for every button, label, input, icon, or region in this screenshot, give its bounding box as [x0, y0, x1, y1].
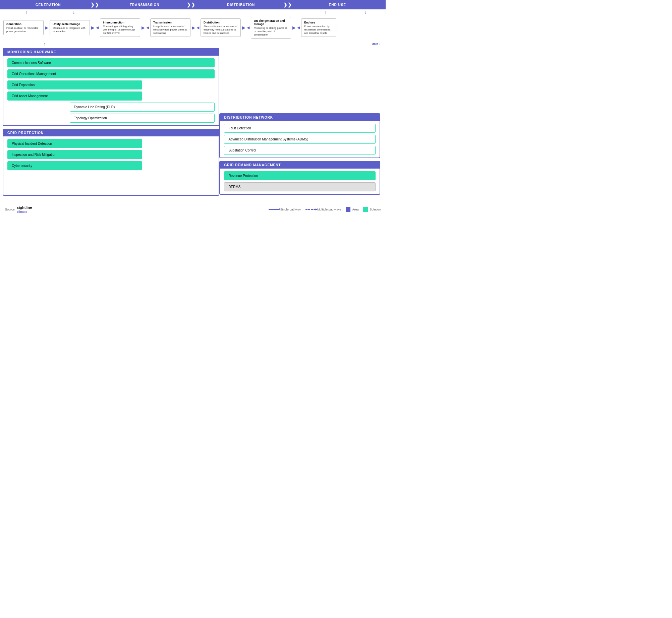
solution-communications-software[interactable]: Communications Software	[7, 58, 215, 67]
flow-item-transmission: Transmission Long-distance movement of e…	[150, 18, 199, 37]
legend-solution-box	[363, 207, 368, 212]
solution-dlr[interactable]: Dynamic Line Rating (DLR)	[70, 103, 215, 112]
monitoring-hardware-header: MONITORING HARDWARE	[3, 49, 219, 56]
arrow-2: ▶	[91, 25, 95, 30]
grid-demand-management-header: GRID DEMAND MANAGEMENT	[220, 162, 380, 169]
sightline-logo: sightline climate	[17, 205, 32, 213]
arrow-5: ▶	[242, 25, 245, 30]
flow-box-distribution-title: Distribution	[204, 21, 238, 24]
flow-item-storage: Utility-scale Storage Standalone or inte…	[50, 20, 99, 36]
grid-demand-management-section: GRID DEMAND MANAGEMENT Revenue Protectio…	[219, 161, 380, 195]
monitoring-hardware-body: Communications Software Grid Operations …	[3, 56, 219, 125]
distribution-network-header: DISTRIBUTION NETWORK	[220, 114, 380, 121]
solution-derms[interactable]: DERMS	[224, 182, 376, 191]
solution-revenue-protection[interactable]: Revenue Protection	[224, 171, 376, 180]
flow-box-enduse-title: End use	[304, 21, 333, 24]
flow-box-generation: Generation Fossil, nuclear, or renewable…	[3, 20, 44, 36]
arrow-back-1: ◀	[96, 25, 99, 30]
legend-multiple-pathways-label: Multiple pathways	[317, 208, 341, 211]
legend-area: Area	[346, 207, 358, 212]
left-column: MONITORING HARDWARE Communications Softw…	[3, 48, 219, 198]
flow-box-storage: Utility-scale Storage Standalone or inte…	[50, 20, 90, 36]
data-label: Data ↓	[372, 42, 381, 46]
flow-item-enduse: End use Power consumption by residential…	[301, 18, 336, 37]
legend-area-box	[346, 207, 350, 212]
arrow-back-3: ◀	[197, 25, 199, 30]
solution-cybersecurity[interactable]: Cybersecurity	[7, 161, 142, 170]
flow-row: Generation Fossil, nuclear, or renewable…	[0, 15, 386, 40]
legend-single-pathway-line	[269, 209, 279, 210]
solution-grid-operations[interactable]: Grid Operations Management	[7, 69, 215, 78]
flow-box-distribution-desc: Shorter-distance movement of electricity…	[204, 25, 238, 35]
grid-protection-section: GRID PROTECTION Physical Incident Detect…	[3, 129, 219, 196]
arrow-back-5: ◀	[297, 25, 300, 30]
flow-item-onsite: On-site generation and storage Producing…	[251, 17, 300, 39]
pipeline-stage-transmission: TRANSMISSION	[97, 3, 193, 7]
flow-box-enduse: End use Power consumption by residential…	[301, 18, 336, 37]
flow-item-distribution: Distribution Shorter-distance movement o…	[201, 18, 249, 37]
footer-source: Source: sightline climate	[5, 205, 32, 213]
legend-single-pathway: Single pathway	[269, 208, 301, 211]
grid-protection-header: GRID PROTECTION	[3, 129, 219, 136]
footer: Source: sightline climate Single pathway…	[0, 202, 386, 217]
legend-single-pathway-label: Single pathway	[280, 208, 301, 211]
right-column: DISTRIBUTION NETWORK Fault Detection Adv…	[219, 48, 383, 198]
footer-legend: Single pathway Multiple pathways Area So…	[269, 207, 381, 212]
solution-adms[interactable]: Advanced Distribution Management Systems…	[224, 135, 376, 144]
content-layout: MONITORING HARDWARE Communications Softw…	[3, 48, 383, 198]
distribution-network-body: Fault Detection Advanced Distribution Ma…	[220, 121, 380, 158]
pipeline-stage-distribution: DISTRIBUTION	[193, 3, 289, 7]
distribution-network-section: DISTRIBUTION NETWORK Fault Detection Adv…	[219, 113, 380, 158]
flow-box-onsite: On-site generation and storage Producing…	[251, 17, 291, 39]
pipeline-stage-generation: GENERATION	[0, 3, 97, 7]
flow-box-generation-title: Generation	[6, 22, 41, 26]
arrow-4: ▶	[192, 25, 195, 30]
arrow-back-2: ◀	[146, 25, 149, 30]
pipeline-bar: GENERATION TRANSMISSION DISTRIBUTION END…	[0, 0, 386, 9]
legend-multiple-pathways: Multiple pathways	[305, 208, 341, 211]
solution-topology[interactable]: Topology Optimization	[70, 114, 215, 123]
solution-grid-expansion[interactable]: Grid Expansion	[7, 80, 142, 89]
flow-box-interconnection: Interconnection Connecting and integrati…	[100, 18, 140, 37]
legend-area-label: Area	[352, 208, 358, 211]
flow-item-generation: Generation Fossil, nuclear, or renewable…	[3, 20, 48, 36]
solution-physical-incident[interactable]: Physical Incident Detection	[7, 139, 142, 148]
pipeline-stage-enduse: END USE	[289, 3, 386, 7]
solution-inspection[interactable]: Inspection and Risk Mitigation	[7, 150, 142, 159]
flow-box-onsite-desc: Producing or storing power at or near th…	[254, 26, 288, 36]
legend-solution-label: Solution	[370, 208, 381, 211]
monitoring-hardware-section: MONITORING HARDWARE Communications Softw…	[3, 48, 219, 126]
flow-box-storage-desc: Standalone or integrated with renewables	[53, 26, 87, 33]
source-label: Source:	[5, 208, 15, 211]
flow-box-transmission-desc: Long-distance movement of electricity fr…	[153, 25, 187, 35]
flow-box-interconnection-title: Interconnection	[103, 21, 137, 24]
grid-protection-body: Physical Incident Detection Inspection a…	[3, 136, 219, 195]
arrow-6: ▶	[292, 25, 296, 30]
flow-item-interconnection: Interconnection Connecting and integrati…	[100, 18, 149, 37]
legend-solution: Solution	[363, 207, 381, 212]
arrow-3: ▶	[142, 25, 145, 30]
flow-box-onsite-title: On-site generation and storage	[254, 19, 288, 26]
flow-box-storage-title: Utility-scale Storage	[53, 22, 87, 26]
flow-box-transmission: Transmission Long-distance movement of e…	[150, 18, 190, 37]
legend-multiple-pathways-line	[305, 209, 316, 210]
main-content: MONITORING HARDWARE Communications Softw…	[0, 48, 386, 198]
arrow-1: ▶	[45, 25, 48, 30]
flow-box-generation-desc: Fossil, nuclear, or renewable power gene…	[6, 26, 41, 33]
solution-fault-detection[interactable]: Fault Detection	[224, 124, 376, 133]
flow-box-enduse-desc: Power consumption by residential, commer…	[304, 25, 333, 35]
flow-box-transmission-title: Transmission	[153, 21, 187, 24]
arrow-back-4: ◀	[247, 25, 249, 30]
solution-grid-asset[interactable]: Grid Asset Management	[7, 91, 142, 101]
flow-box-interconnection-desc: Connecting and integrating with the grid…	[103, 25, 137, 35]
solution-substation-control[interactable]: Substation Control	[224, 146, 376, 155]
flow-box-distribution: Distribution Shorter-distance movement o…	[201, 18, 241, 37]
grid-demand-management-body: Revenue Protection DERMS	[220, 169, 380, 194]
